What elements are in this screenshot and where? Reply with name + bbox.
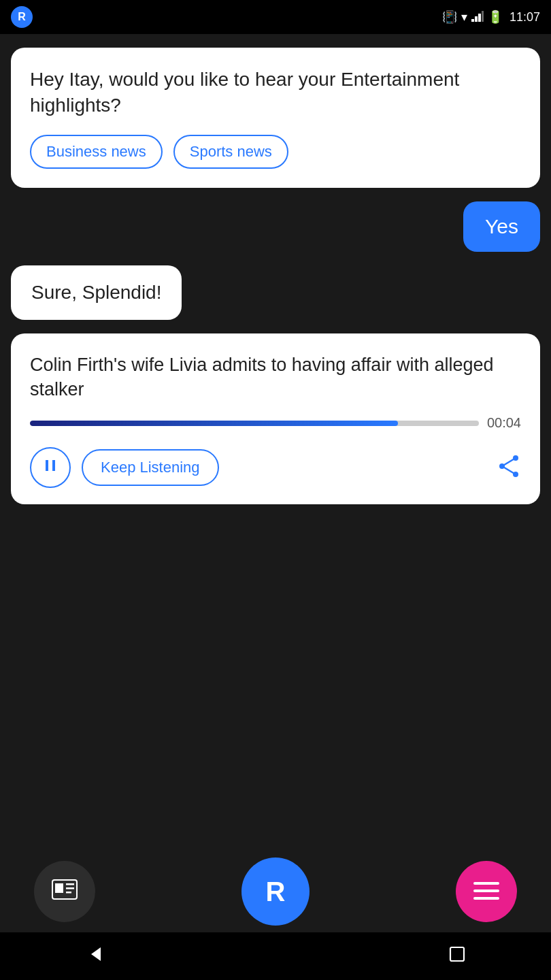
share-icon <box>497 469 521 480</box>
back-icon <box>86 945 105 968</box>
progress-bar <box>30 421 479 426</box>
share-button[interactable] <box>497 454 521 481</box>
svg-rect-12 <box>55 883 63 893</box>
pause-icon <box>43 458 58 477</box>
bot-bubble-2: Sure, Splendid! <box>11 265 182 320</box>
svg-rect-18 <box>473 897 499 900</box>
menu-icon <box>473 881 499 903</box>
main-r-icon: R <box>266 877 286 907</box>
svg-rect-14 <box>66 887 74 889</box>
svg-marker-1 <box>475 16 478 22</box>
svg-rect-15 <box>66 892 71 894</box>
svg-rect-4 <box>46 460 48 471</box>
keep-listening-button[interactable]: Keep Listening <box>82 449 219 486</box>
bottom-nav: R <box>0 858 551 926</box>
menu-button[interactable] <box>456 861 517 922</box>
news-headline: Colin Firth's wife Livia admits to havin… <box>30 353 521 402</box>
status-time: 11:07 <box>510 10 540 24</box>
android-nav-bar <box>0 932 551 980</box>
svg-rect-13 <box>66 883 74 885</box>
quick-replies: Business news Sports news <box>30 135 521 169</box>
sports-news-button[interactable]: Sports news <box>173 135 288 169</box>
user-bubble: Yes <box>463 201 540 252</box>
status-right: 📳 ▾ 🔋 11:07 <box>442 10 540 24</box>
svg-line-9 <box>502 458 516 466</box>
svg-line-10 <box>502 466 516 474</box>
audio-controls: Keep Listening <box>30 447 521 488</box>
svg-rect-20 <box>450 947 464 961</box>
recent-apps-button[interactable] <box>449 946 465 967</box>
svg-marker-3 <box>482 11 484 22</box>
pause-button[interactable] <box>30 447 71 488</box>
status-bar: R 📳 ▾ 🔋 11:07 <box>0 0 551 34</box>
user-message: Yes <box>485 215 518 238</box>
business-news-button[interactable]: Business news <box>30 135 163 169</box>
chat-area: Hey Itay, would you like to hear your En… <box>0 34 551 919</box>
svg-marker-2 <box>478 14 481 22</box>
svg-rect-5 <box>52 460 55 471</box>
news-nav-button[interactable] <box>34 861 95 922</box>
news-card: Colin Firth's wife Livia admits to havin… <box>11 333 540 505</box>
app-icon: R <box>11 6 33 28</box>
bot-bubble-1: Hey Itay, would you like to hear your En… <box>11 48 540 188</box>
progress-fill <box>30 421 398 426</box>
back-button[interactable] <box>86 945 105 968</box>
svg-rect-17 <box>473 889 499 892</box>
progress-row: 00:04 <box>30 415 521 431</box>
recent-apps-icon <box>449 946 465 967</box>
svg-rect-16 <box>473 882 499 885</box>
bot-message-1: Hey Itay, would you like to hear your En… <box>30 67 521 118</box>
signal-icon <box>471 10 484 24</box>
bot-message-2: Sure, Splendid! <box>31 282 161 303</box>
vibrate-icon: 📳 <box>442 10 457 24</box>
progress-time: 00:04 <box>487 415 521 431</box>
battery-icon: 🔋 <box>488 10 503 24</box>
status-left: R <box>11 6 33 28</box>
main-r-button[interactable]: R <box>241 858 310 926</box>
news-icon <box>51 879 78 905</box>
wifi-icon: ▾ <box>461 10 467 24</box>
svg-marker-0 <box>471 19 474 22</box>
svg-marker-19 <box>91 947 101 961</box>
